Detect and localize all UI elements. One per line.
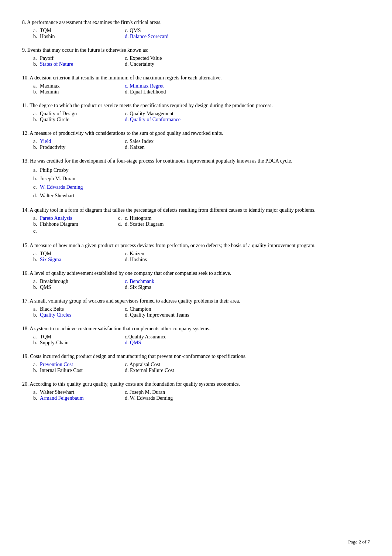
options-list: a.Quality of Designc. Quality Management… bbox=[33, 111, 370, 123]
option-label: a. bbox=[33, 139, 40, 144]
question-text: 20. According to this quality guru quali… bbox=[22, 380, 370, 388]
option-text: Pareto Analysis bbox=[40, 215, 72, 221]
question-text: 19. Costs incurred during product design… bbox=[22, 352, 370, 360]
question-number: 20. bbox=[22, 381, 30, 387]
option-label: b. bbox=[33, 257, 40, 263]
option-left: a.Walter Shewhart bbox=[33, 389, 118, 395]
option-left: b.Hoshin bbox=[33, 34, 118, 40]
option-label: b. bbox=[33, 312, 40, 318]
option-label: b. bbox=[33, 368, 40, 373]
option-text: Quality Circles bbox=[40, 312, 71, 318]
option-left: a.Breakthrough bbox=[33, 279, 118, 284]
option-left: a.Black Belts bbox=[33, 306, 118, 312]
option-left: b.Fishbone Diagram bbox=[33, 221, 118, 227]
option-row: a.Walter Shewhartc. Joseph M. Duran bbox=[33, 389, 370, 395]
question-text: 18. A system to to achieve customer sati… bbox=[22, 325, 370, 332]
option-label: b. bbox=[33, 221, 40, 227]
question-block: 9. Events that may occur in the future i… bbox=[22, 46, 370, 67]
option-right: d. Uncertainty bbox=[118, 61, 154, 67]
option-text: d. Balance Scorecard bbox=[125, 34, 169, 39]
option-row: a.Breakthroughc. Benchmank bbox=[33, 279, 370, 284]
question-number: 12. bbox=[22, 130, 30, 136]
option-right: c. Kaizen bbox=[118, 251, 144, 257]
option-left: b.Quality Circle bbox=[33, 117, 118, 123]
option-text: c. QMS bbox=[125, 28, 141, 33]
option-right: c. Sales Index bbox=[118, 139, 154, 144]
option-text: c. Expected Value bbox=[125, 55, 162, 61]
question-block: 16. A level of quality achievement estab… bbox=[22, 269, 370, 290]
question-text: 13. He was credited for the development … bbox=[22, 157, 370, 165]
option-row: a.Yieldc. Sales Index bbox=[33, 139, 370, 144]
option-right: d. W. Edwards Deming bbox=[118, 395, 173, 401]
option-label: a. bbox=[33, 215, 40, 221]
option-right: d. Six Sigma bbox=[118, 284, 151, 290]
option-text: Productivity bbox=[40, 144, 65, 150]
question-body: A system to to achieve customer satisfac… bbox=[30, 326, 210, 331]
option-left: a.Maximax bbox=[33, 83, 118, 89]
question-body: Costs incurred during product design and… bbox=[30, 354, 247, 359]
question-text: 12. A measure of productivity with consi… bbox=[22, 129, 370, 137]
options-list: a.TQMc.Quality Assuranceb.Supply-Chaind.… bbox=[33, 334, 370, 346]
option-left: b.Maximin bbox=[33, 89, 118, 95]
option-text: c. Quality Management bbox=[125, 111, 173, 116]
option-label: b. bbox=[33, 117, 40, 123]
option-label: c. bbox=[33, 183, 40, 191]
option-right: c. Minimax Regret bbox=[118, 83, 164, 89]
option-left: b.States of Nature bbox=[33, 61, 118, 67]
option-label: c. bbox=[118, 215, 125, 221]
question-body: A measure of how much a given product or… bbox=[30, 243, 316, 248]
option-label: b. bbox=[33, 340, 40, 346]
option-row: a.Prevention Costc. Appraisal Cost bbox=[33, 362, 370, 368]
question-body: He was credited for the development of a… bbox=[30, 158, 292, 164]
option-right: d.d. Scatter Diagram bbox=[118, 221, 164, 227]
question-block: 10. A decision criterion that results in… bbox=[22, 74, 370, 95]
option-right: c. Expected Value bbox=[118, 55, 162, 61]
option-left: b.Productivity bbox=[33, 144, 118, 150]
option-left: a.TQM bbox=[33, 28, 118, 34]
option-label: b. bbox=[33, 395, 40, 401]
options-list: a.Yieldc. Sales Indexb.Productivityd. Ka… bbox=[33, 139, 370, 150]
option-row: b.Quality Circled. Quality of Conformanc… bbox=[33, 117, 370, 123]
option-left: a.Quality of Design bbox=[33, 111, 118, 117]
option-left: b.QMS bbox=[33, 284, 118, 290]
option-left: b.Supply-Chain bbox=[33, 340, 118, 346]
question-body: A level of quality achievement establish… bbox=[30, 270, 231, 276]
option-left: a.Yield bbox=[33, 139, 118, 144]
option-row: a.Payoffc. Expected Value bbox=[33, 55, 370, 61]
option-text: c.Quality Assurance bbox=[125, 334, 166, 340]
option-left: a.Prevention Cost bbox=[33, 362, 118, 368]
option-text: d. External Failure Cost bbox=[125, 368, 174, 373]
question-number: 13. bbox=[22, 158, 30, 164]
option-right: c.Quality Assurance bbox=[118, 334, 166, 340]
option-right: c. QMS bbox=[118, 28, 141, 34]
option-row: a.TQMc. QMS bbox=[33, 28, 370, 34]
option-label: b. bbox=[33, 144, 40, 150]
option-item: a.Philip Crosby bbox=[33, 166, 370, 174]
option-left: a.TQM bbox=[33, 334, 118, 340]
question-body: According to this quality guru quality, … bbox=[30, 381, 240, 387]
question-block: 11. The degree to which the product or s… bbox=[22, 102, 370, 123]
option-row: a.Quality of Designc. Quality Management bbox=[33, 111, 370, 117]
option-left: a.Payoff bbox=[33, 55, 118, 61]
options-list: a.Philip Crosbyb.Joseph M. Duranc.W. Edw… bbox=[33, 166, 370, 199]
question-number: 9. bbox=[22, 47, 27, 53]
option-label: b. bbox=[33, 284, 40, 290]
question-body: The degree to which the product or servi… bbox=[30, 103, 273, 108]
option-row: b.QMSd. Six Sigma bbox=[33, 284, 370, 290]
option-label: a. bbox=[33, 28, 40, 34]
option-text: Walter Shewhart bbox=[40, 389, 74, 395]
question-body: A decision criterion that results in the… bbox=[30, 75, 222, 81]
question-block: 8. A performance assessment that examine… bbox=[22, 18, 370, 40]
option-label: b. bbox=[33, 61, 40, 67]
option-text: Walter Shewhart bbox=[40, 192, 74, 199]
question-block: 19. Costs incurred during product design… bbox=[22, 352, 370, 373]
question-text: 8. A performance assessment that examine… bbox=[22, 18, 370, 26]
option-left: b.Armand Feigenbaum bbox=[33, 395, 118, 401]
question-text: 9. Events that may occur in the future i… bbox=[22, 46, 370, 54]
options-list: a.Pareto Analysisc.c. Histogramb.Fishbon… bbox=[33, 215, 370, 235]
question-number: 11. bbox=[22, 103, 30, 108]
option-text: TQM bbox=[40, 251, 51, 256]
question-block: 20. According to this quality guru quali… bbox=[22, 380, 370, 401]
option-text: Prevention Cost bbox=[40, 362, 73, 367]
option-text: d. Quality Improvement Teams bbox=[125, 312, 189, 318]
